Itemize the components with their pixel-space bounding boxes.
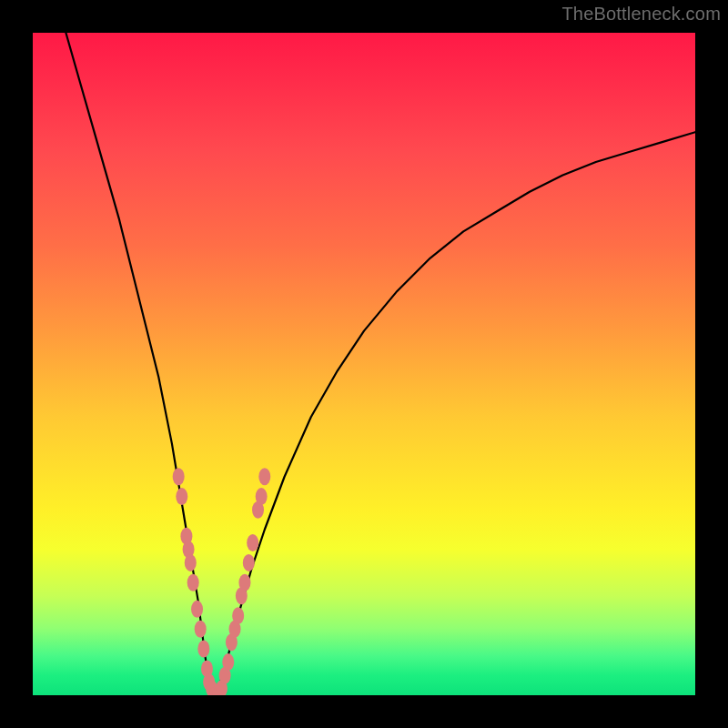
watermark-text: TheBottleneck.com [561,4,721,25]
data-point [195,621,207,638]
data-point [256,488,268,505]
data-point [232,607,244,624]
curve-right-branch [215,132,695,695]
chart-frame: TheBottleneck.com [0,0,728,728]
bottleneck-curve [66,33,695,695]
curve-layer [33,33,695,695]
data-point [176,488,187,505]
data-point [185,554,197,571]
curve-left-branch [66,33,215,695]
data-point [247,534,258,551]
data-point [238,574,250,592]
data-point [191,601,203,618]
data-point [222,653,234,671]
data-point [243,554,255,571]
data-point [187,574,199,592]
data-scatter [173,468,271,695]
data-point [197,641,209,658]
plot-area [33,33,695,695]
data-point [173,468,185,485]
data-point [258,468,270,485]
